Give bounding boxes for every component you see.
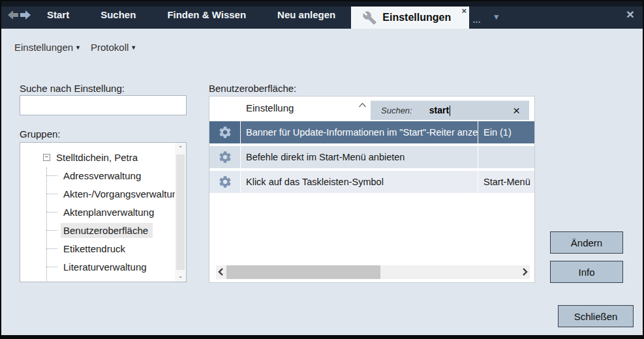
scrollbar-thumb[interactable]: [226, 265, 380, 279]
row-icon-cell: [209, 121, 241, 143]
grid-header[interactable]: Einstellung Suchen: start ×: [209, 96, 534, 121]
grid-search-value[interactable]: start: [429, 105, 450, 116]
text-cursor: [450, 106, 450, 116]
gear-icon: [218, 125, 232, 140]
grid-search-label: Suchen:: [381, 106, 412, 115]
grid-row-banner-update[interactable]: Banner für Update-Informationen im "Star…: [209, 121, 534, 143]
tree-item-etikettendruck[interactable]: Etikettendruck: [20, 239, 174, 258]
tree-item-label-selected: Benutzeroberfläche: [61, 223, 153, 238]
tree-item-label: Mail/Wiedervorlage: [61, 278, 151, 283]
content-area: Einstellungen▼ Protokoll▼ Suche nach Ein…: [1, 29, 643, 335]
grid-row-befehle-startmenu[interactable]: Befehle direkt im Start-Menü anbieten: [209, 146, 534, 168]
tab-close-icon[interactable]: ×: [462, 7, 467, 16]
tree-item-root[interactable]: − Stelltdichein, Petra: [20, 148, 174, 166]
tab-overflow-dots: ...: [472, 13, 481, 29]
app-window: Start Suchen Finden & Wissen Neu anlegen…: [0, 0, 644, 339]
search-setting-input[interactable]: [20, 95, 187, 115]
tree-item-mail-wiedervorlage[interactable]: Mail/Wiedervorlage: [20, 276, 174, 282]
setting-name: Banner für Update-Informationen im "Star…: [241, 121, 478, 143]
column-header-einstellung[interactable]: Einstellung: [246, 96, 294, 120]
tree-scrollbar-thumb[interactable]: [176, 155, 185, 270]
tree-item-akten-vorgangsverwaltung[interactable]: Akten-/Vorgangsverwaltung: [20, 184, 174, 203]
tree-item-label: Adressverwaltung: [61, 168, 146, 183]
search-setting-label: Suche nach Einstellung:: [20, 83, 125, 94]
tree-item-benutzeroberflaeche[interactable]: Benutzeroberfläche: [20, 221, 174, 239]
tree-item-label: Aktenplanverwaltung: [61, 205, 159, 220]
chevron-down-icon: ▼: [130, 44, 136, 51]
menu-einstellungen[interactable]: Einstellungen▼: [14, 42, 81, 53]
groups-tree: − Stelltdichein, Petra Adressverwaltung …: [20, 142, 187, 282]
tree-item-aktenplanverwaltung[interactable]: Aktenplanverwaltung: [20, 203, 174, 221]
active-tab-label: Einstellungen: [382, 7, 451, 29]
tab-bar: Start Suchen Finden & Wissen Neu anlegen…: [1, 1, 643, 29]
sort-ascending-icon: [358, 102, 367, 108]
tree-item-label: Akten-/Vorgangsverwaltung: [61, 186, 187, 201]
tab-suchen[interactable]: Suchen: [85, 1, 151, 29]
tab-list-dropdown-icon[interactable]: ▼: [493, 9, 500, 29]
info-button[interactable]: Info: [550, 261, 623, 283]
schliessen-button[interactable]: Schließen: [558, 305, 634, 327]
chevron-down-icon: ▼: [75, 44, 81, 51]
gear-icon: [218, 175, 232, 189]
tree-scrollbar[interactable]: ⌃ ⌄: [175, 143, 186, 282]
tab-finden-wissen[interactable]: Finden & Wissen: [151, 1, 262, 29]
setting-name: Befehle direkt im Start-Menü anbieten: [241, 146, 478, 168]
wrench-icon: [363, 11, 376, 25]
tab-neu-anlegen[interactable]: Neu anlegen: [262, 1, 351, 29]
window-close-icon[interactable]: ×: [626, 1, 634, 29]
tree-item-adressverwaltung[interactable]: Adressverwaltung: [20, 166, 174, 184]
setting-value: Ein (1): [478, 121, 534, 143]
benutzeroberflaeche-title: Benutzeroberfläche:: [209, 83, 296, 94]
tab-start[interactable]: Start: [31, 1, 85, 29]
setting-value: Start-Menü: [478, 171, 534, 193]
grid-row-taskleisten-symbol[interactable]: Klick auf das Taskleisten-Symbol Start-M…: [209, 171, 534, 193]
grid-search-close-icon[interactable]: ×: [513, 105, 520, 117]
grid-search-box[interactable]: Suchen: start ×: [371, 100, 529, 120]
tree-item-literaturverwaltung[interactable]: Literaturverwaltung: [20, 258, 174, 276]
back-arrow-icon[interactable]: [8, 10, 18, 20]
scroll-up-icon[interactable]: ⌃: [175, 145, 186, 151]
setting-value: [478, 146, 534, 168]
nav-arrows: [1, 1, 31, 29]
grid-search-text: start: [429, 105, 449, 115]
grid-horizontal-scrollbar[interactable]: [216, 265, 530, 279]
gear-icon: [218, 150, 232, 164]
scroll-left-icon[interactable]: [217, 267, 224, 276]
tab-einstellungen-active[interactable]: Einstellungen ×: [351, 7, 469, 29]
setting-name: Klick auf das Taskleisten-Symbol: [241, 171, 478, 193]
settings-grid: Einstellung Suchen: start × Banner für U…: [209, 96, 535, 283]
row-icon-cell: [209, 146, 241, 168]
aendern-button[interactable]: Ändern: [550, 231, 623, 254]
menu-einstellungen-label: Einstellungen: [14, 42, 73, 53]
tree-item-label: Etikettendruck: [61, 241, 130, 256]
tree-item-label: Literaturverwaltung: [61, 259, 151, 274]
groups-label: Gruppen:: [20, 128, 61, 140]
row-icon-cell: [209, 171, 241, 193]
tree-connector-line: [46, 168, 47, 282]
collapse-icon[interactable]: −: [43, 154, 50, 161]
scroll-right-icon[interactable]: [522, 267, 529, 276]
tree-root-label: Stelltdichein, Petra: [54, 150, 142, 165]
scroll-down-icon[interactable]: ⌄: [175, 273, 186, 279]
menu-protokoll[interactable]: Protokoll▼: [91, 42, 136, 53]
forward-arrow-icon[interactable]: [20, 10, 31, 20]
menu-protokoll-label: Protokoll: [91, 42, 129, 53]
